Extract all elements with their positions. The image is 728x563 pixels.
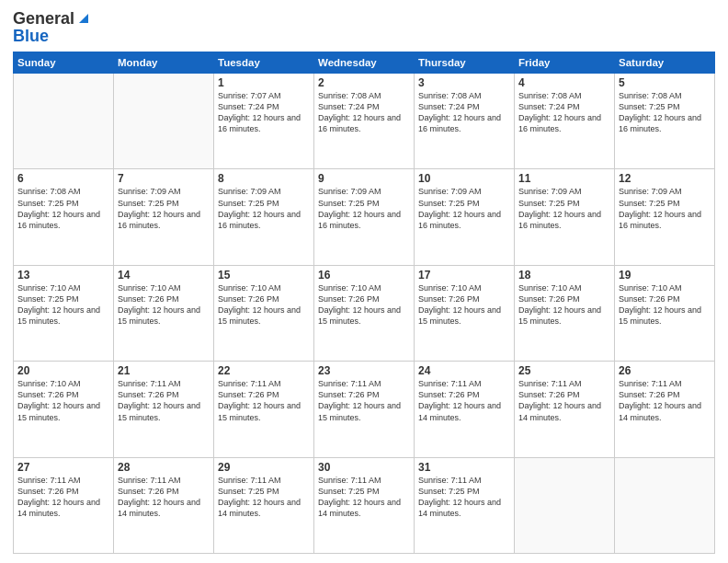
calendar-week-row: 20Sunrise: 7:10 AM Sunset: 7:26 PM Dayli… [14,362,715,457]
day-info: Sunrise: 7:10 AM Sunset: 7:26 PM Dayligh… [118,282,210,327]
day-info: Sunrise: 7:09 AM Sunset: 7:25 PM Dayligh… [619,186,711,231]
day-number: 9 [318,172,410,185]
day-number: 14 [118,269,210,282]
day-number: 13 [17,269,109,282]
calendar-cell: 31Sunrise: 7:11 AM Sunset: 7:25 PM Dayli… [415,457,515,553]
svg-marker-0 [79,14,88,23]
day-number: 24 [418,364,510,377]
day-number: 4 [518,76,610,89]
day-number: 16 [318,269,410,282]
calendar-cell: 20Sunrise: 7:10 AM Sunset: 7:26 PM Dayli… [14,362,114,457]
day-number: 21 [118,364,210,377]
day-info: Sunrise: 7:11 AM Sunset: 7:26 PM Dayligh… [418,378,510,423]
day-number: 26 [619,364,711,377]
day-number: 23 [318,364,410,377]
calendar-cell: 23Sunrise: 7:11 AM Sunset: 7:26 PM Dayli… [314,362,415,457]
day-info: Sunrise: 7:08 AM Sunset: 7:25 PM Dayligh… [17,186,109,231]
day-number: 30 [318,461,410,474]
day-info: Sunrise: 7:10 AM Sunset: 7:25 PM Dayligh… [17,282,109,327]
day-info: Sunrise: 7:09 AM Sunset: 7:25 PM Dayligh… [118,186,210,231]
header-monday: Monday [114,52,214,74]
day-number: 12 [619,172,711,185]
day-info: Sunrise: 7:09 AM Sunset: 7:25 PM Dayligh… [218,186,310,231]
calendar-cell [515,457,615,553]
day-info: Sunrise: 7:10 AM Sunset: 7:26 PM Dayligh… [318,282,410,327]
header-friday: Friday [515,52,615,74]
weekday-header-row: Sunday Monday Tuesday Wednesday Thursday… [14,52,715,74]
header-saturday: Saturday [615,52,715,74]
calendar-cell: 8Sunrise: 7:09 AM Sunset: 7:25 PM Daylig… [214,169,314,265]
calendar-cell: 22Sunrise: 7:11 AM Sunset: 7:26 PM Dayli… [214,362,314,457]
day-info: Sunrise: 7:11 AM Sunset: 7:25 PM Dayligh… [418,475,510,520]
calendar-cell: 30Sunrise: 7:11 AM Sunset: 7:25 PM Dayli… [314,457,415,553]
calendar-cell: 14Sunrise: 7:10 AM Sunset: 7:26 PM Dayli… [114,265,214,361]
calendar-week-row: 1Sunrise: 7:07 AM Sunset: 7:24 PM Daylig… [14,74,715,169]
day-number: 15 [218,269,310,282]
day-number: 8 [218,172,310,185]
day-info: Sunrise: 7:10 AM Sunset: 7:26 PM Dayligh… [218,282,310,327]
day-number: 10 [418,172,510,185]
day-info: Sunrise: 7:09 AM Sunset: 7:25 PM Dayligh… [418,186,510,231]
day-number: 18 [518,269,610,282]
day-info: Sunrise: 7:11 AM Sunset: 7:26 PM Dayligh… [619,378,711,423]
calendar-cell: 13Sunrise: 7:10 AM Sunset: 7:25 PM Dayli… [14,265,114,361]
day-info: Sunrise: 7:08 AM Sunset: 7:24 PM Dayligh… [518,90,610,135]
day-number: 19 [619,269,711,282]
day-info: Sunrise: 7:11 AM Sunset: 7:26 PM Dayligh… [118,378,210,423]
calendar-cell: 26Sunrise: 7:11 AM Sunset: 7:26 PM Dayli… [615,362,715,457]
header: General Blue [13,9,715,46]
day-info: Sunrise: 7:08 AM Sunset: 7:24 PM Dayligh… [318,90,410,135]
calendar-cell: 10Sunrise: 7:09 AM Sunset: 7:25 PM Dayli… [415,169,515,265]
calendar-page: General Blue Sunday Monday Tuesday Wedne… [0,0,728,563]
header-sunday: Sunday [14,52,114,74]
calendar-cell: 9Sunrise: 7:09 AM Sunset: 7:25 PM Daylig… [314,169,415,265]
header-wednesday: Wednesday [314,52,415,74]
day-info: Sunrise: 7:11 AM Sunset: 7:26 PM Dayligh… [118,475,210,520]
day-number: 2 [318,76,410,89]
day-info: Sunrise: 7:11 AM Sunset: 7:26 PM Dayligh… [518,378,610,423]
day-info: Sunrise: 7:11 AM Sunset: 7:26 PM Dayligh… [218,378,310,423]
day-info: Sunrise: 7:11 AM Sunset: 7:26 PM Dayligh… [318,378,410,423]
day-number: 25 [518,364,610,377]
calendar-cell: 18Sunrise: 7:10 AM Sunset: 7:26 PM Dayli… [515,265,615,361]
calendar-cell: 27Sunrise: 7:11 AM Sunset: 7:26 PM Dayli… [14,457,114,553]
day-info: Sunrise: 7:10 AM Sunset: 7:26 PM Dayligh… [418,282,510,327]
calendar-week-row: 6Sunrise: 7:08 AM Sunset: 7:25 PM Daylig… [14,169,715,265]
day-number: 20 [17,364,109,377]
calendar-cell: 7Sunrise: 7:09 AM Sunset: 7:25 PM Daylig… [114,169,214,265]
calendar-cell [14,74,114,169]
calendar-cell: 17Sunrise: 7:10 AM Sunset: 7:26 PM Dayli… [415,265,515,361]
day-number: 29 [218,461,310,474]
calendar-cell: 15Sunrise: 7:10 AM Sunset: 7:26 PM Dayli… [214,265,314,361]
day-info: Sunrise: 7:08 AM Sunset: 7:24 PM Dayligh… [418,90,510,135]
day-number: 27 [17,461,109,474]
calendar-cell: 11Sunrise: 7:09 AM Sunset: 7:25 PM Dayli… [515,169,615,265]
calendar-cell: 19Sunrise: 7:10 AM Sunset: 7:26 PM Dayli… [615,265,715,361]
day-number: 6 [17,172,109,185]
day-info: Sunrise: 7:09 AM Sunset: 7:25 PM Dayligh… [518,186,610,231]
day-info: Sunrise: 7:10 AM Sunset: 7:26 PM Dayligh… [518,282,610,327]
logo: General Blue [13,9,92,46]
calendar-cell: 5Sunrise: 7:08 AM Sunset: 7:25 PM Daylig… [615,74,715,169]
calendar-week-row: 27Sunrise: 7:11 AM Sunset: 7:26 PM Dayli… [14,457,715,553]
calendar-cell: 3Sunrise: 7:08 AM Sunset: 7:24 PM Daylig… [415,74,515,169]
calendar-cell: 16Sunrise: 7:10 AM Sunset: 7:26 PM Dayli… [314,265,415,361]
calendar-cell: 12Sunrise: 7:09 AM Sunset: 7:25 PM Dayli… [615,169,715,265]
logo-general: General [13,9,74,29]
day-number: 11 [518,172,610,185]
day-number: 5 [619,76,711,89]
calendar-cell: 21Sunrise: 7:11 AM Sunset: 7:26 PM Dayli… [114,362,214,457]
calendar-cell: 24Sunrise: 7:11 AM Sunset: 7:26 PM Dayli… [415,362,515,457]
day-info: Sunrise: 7:09 AM Sunset: 7:25 PM Dayligh… [318,186,410,231]
calendar-cell: 28Sunrise: 7:11 AM Sunset: 7:26 PM Dayli… [114,457,214,553]
day-info: Sunrise: 7:10 AM Sunset: 7:26 PM Dayligh… [17,378,109,423]
header-tuesday: Tuesday [214,52,314,74]
calendar-cell [114,74,214,169]
header-thursday: Thursday [415,52,515,74]
day-number: 1 [218,76,310,89]
calendar-cell: 29Sunrise: 7:11 AM Sunset: 7:25 PM Dayli… [214,457,314,553]
day-number: 7 [118,172,210,185]
day-info: Sunrise: 7:11 AM Sunset: 7:26 PM Dayligh… [17,475,109,520]
calendar-table: Sunday Monday Tuesday Wednesday Thursday… [13,52,715,554]
calendar-cell: 1Sunrise: 7:07 AM Sunset: 7:24 PM Daylig… [214,74,314,169]
